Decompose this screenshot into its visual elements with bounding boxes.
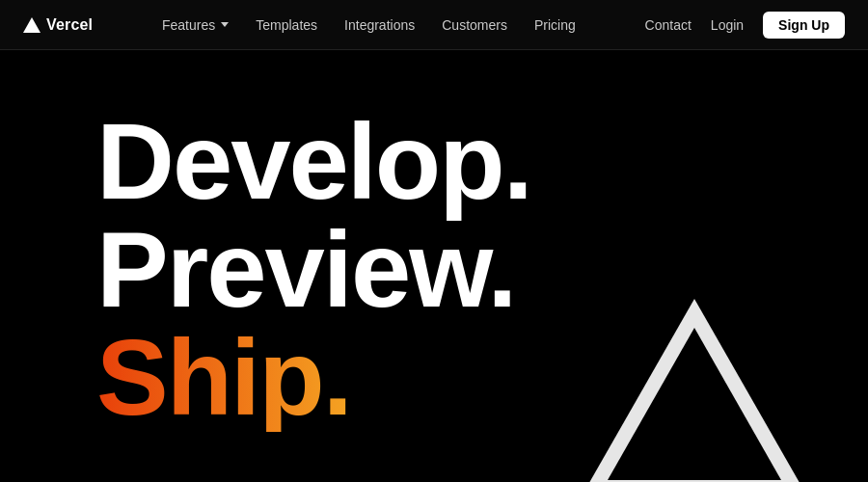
chevron-down-icon (221, 22, 229, 27)
nav-link-templates[interactable]: Templates (256, 17, 317, 33)
navbar: Vercel Features Templates Integrations C… (0, 0, 868, 50)
hero-line-preview: Preview. (96, 216, 531, 324)
triangle-inner-cutout (608, 328, 781, 480)
hero-line-ship: Ship. (96, 324, 531, 432)
hero-section: Develop. Preview. Ship. (0, 50, 868, 482)
signup-button[interactable]: Sign Up (763, 12, 845, 39)
nav-link-customers[interactable]: Customers (442, 17, 507, 33)
logo-triangle-icon (23, 17, 41, 33)
nav-link-login[interactable]: Login (711, 17, 744, 33)
nav-link-pricing[interactable]: Pricing (534, 17, 576, 33)
hero-line-develop: Develop. (96, 108, 531, 216)
nav-right-area: Contact Login Sign Up (645, 12, 845, 39)
triangle-watermark (579, 299, 810, 482)
logo-area: Vercel (23, 16, 93, 34)
nav-link-integrations[interactable]: Integrations (344, 17, 415, 33)
triangle-outer-icon (579, 299, 810, 482)
nav-center-links: Features Templates Integrations Customer… (162, 17, 576, 33)
nav-link-features[interactable]: Features (162, 17, 229, 33)
hero-text-block: Develop. Preview. Ship. (96, 108, 531, 432)
brand-name[interactable]: Vercel (46, 16, 93, 34)
nav-link-contact[interactable]: Contact (645, 17, 692, 33)
